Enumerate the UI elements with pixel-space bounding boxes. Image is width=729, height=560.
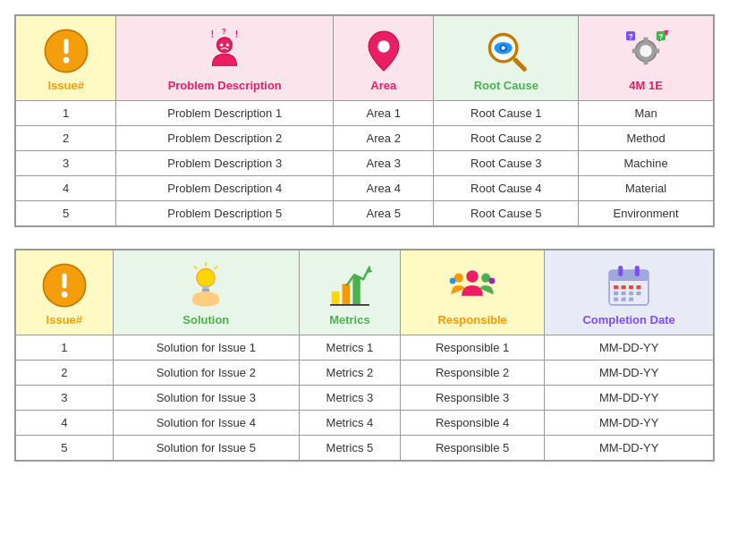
table1-row: 1Problem Description 1Area 1Root Cause 1… xyxy=(16,101,714,126)
table2-row: 3Solution for Issue 3Metrics 3Responsibl… xyxy=(16,386,714,411)
table2-cell-completion: MM-DD-YY xyxy=(545,436,714,461)
table1-cell-4m1e: Man xyxy=(579,101,714,126)
table2-body: 1Solution for Issue 1Metrics 1Responsibl… xyxy=(16,335,714,461)
svg-rect-18 xyxy=(644,60,648,64)
th2-metrics: Metrics xyxy=(299,250,400,335)
svg-point-30 xyxy=(197,268,215,286)
magnify-eye-icon xyxy=(482,27,530,75)
th1-rootcause: Root Cause xyxy=(434,16,579,101)
table2-cell-solution: Solution for Issue 2 xyxy=(113,361,299,386)
calendar-icon xyxy=(605,261,653,310)
th2-issue: Issue# xyxy=(16,250,114,335)
svg-point-2 xyxy=(63,56,69,63)
table1-cell-area: Area 5 xyxy=(334,201,434,226)
table1-cell-4m1e: Environment xyxy=(579,201,714,226)
table2-cell-responsible: Responsible 1 xyxy=(401,335,545,361)
svg-line-34 xyxy=(215,266,217,268)
table1-cell-area: Area 4 xyxy=(334,176,434,201)
svg-line-35 xyxy=(195,266,198,268)
svg-rect-32 xyxy=(202,289,209,292)
4m1e-icon: ? ? xyxy=(622,27,670,75)
table2-cell-solution: Solution for Issue 5 xyxy=(113,436,299,461)
table2-cell-completion: MM-DD-YY xyxy=(545,386,714,411)
svg-rect-49 xyxy=(635,266,640,276)
th1-issue-label: Issue# xyxy=(47,79,83,92)
table1-cell-rootcause: Root Cause 4 xyxy=(434,176,579,201)
svg-point-8 xyxy=(226,43,229,46)
svg-point-14 xyxy=(501,46,504,49)
warning-icon xyxy=(42,27,90,75)
th2-completion: Completion Date xyxy=(545,250,714,335)
th1-problem-label: Problem Description xyxy=(168,79,282,92)
table1-row: 4Problem Description 4Area 4Root Cause 4… xyxy=(16,176,714,201)
svg-text:?: ? xyxy=(629,32,633,41)
svg-point-16 xyxy=(640,45,652,57)
th2-responsible: Responsible xyxy=(401,250,545,335)
svg-rect-52 xyxy=(629,285,633,289)
table2-cell-issue: 4 xyxy=(16,411,114,436)
svg-rect-59 xyxy=(622,297,626,301)
th2-solution: Solution xyxy=(113,250,299,335)
table2-cell-responsible: Responsible 4 xyxy=(401,411,545,436)
th2-metrics-label: Metrics xyxy=(329,313,370,327)
svg-rect-51 xyxy=(622,285,626,289)
table2-cell-completion: MM-DD-YY xyxy=(545,361,714,386)
th1-4m1e: ? ? 4M 1E xyxy=(579,16,714,101)
table1-cell-area: Area 2 xyxy=(334,126,434,151)
svg-rect-27 xyxy=(62,273,66,288)
table2-cell-completion: MM-DD-YY xyxy=(545,411,714,436)
svg-rect-37 xyxy=(342,284,349,305)
table2-cell-metrics: Metrics 4 xyxy=(299,411,400,436)
table1-cell-4m1e: Method xyxy=(579,126,714,151)
location-pin-icon xyxy=(360,27,408,75)
lightbulb-hand-icon xyxy=(182,261,230,310)
table2-row: 5Solution for Issue 5Metrics 5Responsibl… xyxy=(16,436,714,461)
table1-cell-issue: 1 xyxy=(16,101,116,126)
table2-cell-metrics: Metrics 1 xyxy=(299,335,400,361)
th1-rootcause-label: Root Cause xyxy=(474,79,538,92)
th2-completion-label: Completion Date xyxy=(582,313,674,327)
svg-text:!: ! xyxy=(235,29,238,38)
svg-point-41 xyxy=(466,270,479,283)
svg-rect-57 xyxy=(637,291,641,294)
bar-chart-arrow-icon xyxy=(326,261,374,310)
svg-point-3 xyxy=(217,37,233,52)
table2-cell-responsible: Responsible 2 xyxy=(401,361,545,386)
table2-cell-issue: 1 xyxy=(16,335,114,361)
table1-cell-4m1e: Machine xyxy=(579,151,714,176)
svg-rect-58 xyxy=(614,297,618,301)
svg-rect-17 xyxy=(644,37,648,41)
table1-cell-problem: Problem Description 3 xyxy=(116,151,334,176)
svg-point-9 xyxy=(377,40,390,53)
table1-cell-issue: 5 xyxy=(16,201,116,226)
svg-rect-60 xyxy=(629,297,633,301)
table1-row: 2Problem Description 2Area 2Root Cause 2… xyxy=(16,126,714,151)
svg-rect-54 xyxy=(614,291,618,294)
table1-cell-4m1e: Material xyxy=(579,176,714,201)
th2-solution-label: Solution xyxy=(182,313,229,327)
table2-cell-metrics: Metrics 3 xyxy=(299,386,400,411)
table1-cell-issue: 2 xyxy=(16,126,116,151)
th1-issue: Issue# xyxy=(16,16,116,101)
svg-point-44 xyxy=(450,277,456,284)
th1-area: Area xyxy=(334,16,434,101)
person-problems-icon: ! ! ? xyxy=(200,27,249,75)
svg-rect-48 xyxy=(618,266,623,276)
table2-cell-solution: Solution for Issue 1 xyxy=(113,335,299,361)
table2-cell-solution: Solution for Issue 4 xyxy=(113,411,299,436)
table2-cell-metrics: Metrics 2 xyxy=(299,361,400,386)
table1-cell-rootcause: Root Cause 2 xyxy=(434,126,579,151)
th1-area-label: Area xyxy=(370,79,396,92)
table1-cell-problem: Problem Description 5 xyxy=(116,201,334,226)
svg-rect-1 xyxy=(64,38,68,54)
th2-responsible-label: Responsible xyxy=(437,313,506,327)
svg-rect-50 xyxy=(614,285,618,289)
table2: Issue# xyxy=(14,249,715,462)
table1-cell-rootcause: Root Cause 5 xyxy=(434,201,579,226)
svg-text:?: ? xyxy=(222,27,226,36)
table1: Issue# ! ! ? xyxy=(14,14,715,227)
table1-cell-area: Area 3 xyxy=(334,151,434,176)
svg-rect-36 xyxy=(332,291,339,304)
svg-rect-19 xyxy=(632,48,637,53)
svg-text:?: ? xyxy=(658,32,663,41)
